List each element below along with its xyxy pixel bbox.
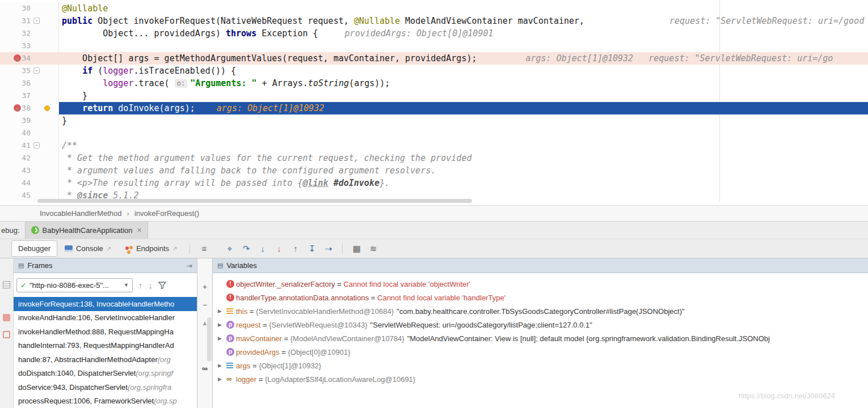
gutter-36[interactable]: 36 [0,77,59,90]
variable-row-error[interactable]: !handlerType.annotationData.annotations … [213,291,868,304]
code-line-35[interactable]: 35- if (logger.isTraceEnabled()) { [0,65,868,77]
gutter-35[interactable]: 35- [0,65,59,77]
code-editor[interactable]: 30@Nullable 31-public Object invokeForRe… [0,0,868,205]
pin-icon[interactable]: ⇥ [187,262,192,270]
debug-session-bar: ebug: BabyHealthCareApplication × [0,221,868,239]
chevron-right-icon[interactable]: ▶ [218,308,226,314]
session-tab[interactable]: BabyHealthCareApplication × [25,222,148,239]
stack-frame-row[interactable]: doService:943, DispatcherServlet (org.sp… [14,380,197,394]
code-line-38[interactable]: ✓38 return doInvoke(args);args: Object[1… [0,102,868,114]
settings-icon[interactable]: ≋ [365,244,381,254]
variable-row-error[interactable]: !objectWriter._serializerFactory = Canno… [213,277,868,291]
chevron-right-icon[interactable]: ▶ [218,363,226,368]
thread-dropdown[interactable]: ✓ "http-nio-8086-exec-5"... ▼ [16,278,133,292]
variable-row-providedargs[interactable]: pprovidedArgs = {Object[0]@10901} [213,345,868,359]
variable-row-request[interactable]: ▶prequest = {ServletWebRequest@10343}"Se… [213,318,868,332]
code-line-37[interactable]: 37 } [0,90,868,102]
gutter-43[interactable]: 43 [0,164,59,177]
fold-icon[interactable]: - [33,18,40,24]
stack-frame-row[interactable]: invokeHandlerMethod:888, RequestMappingH… [14,325,197,339]
horizontal-scrollbar[interactable] [37,199,472,203]
gutter-41[interactable]: 41- [0,139,59,152]
stack-frame-row[interactable]: invokeForRequest:138, InvocableHandlerMe… [14,297,197,311]
gutter-31[interactable]: 31- [0,15,59,27]
step-out-icon[interactable]: ↑ [288,244,303,253]
chevron-right-icon[interactable]: ▶ [218,335,226,341]
stack-frame-row[interactable]: handle:87, AbstractHandlerMethodAdapter … [14,352,197,367]
fold-icon[interactable]: - [33,142,40,148]
code-line-30[interactable]: 30@Nullable [0,2,868,15]
gutter-40[interactable]: 40 [0,127,59,139]
breadcrumb-method[interactable]: invokeForRequest() [134,209,199,218]
remove-watch-icon[interactable]: − [197,300,212,309]
frames-scrollbar[interactable] [207,317,212,362]
code-line-34[interactable]: ✓34 Object[] args = getMethodArgumentVal… [0,52,868,65]
filter-icon[interactable] [158,282,166,289]
memory-side-icon[interactable] [3,314,10,321]
step-into-icon[interactable]: ↓ [255,244,270,253]
code-line-41[interactable]: 41-/** [0,139,868,152]
gutter-39[interactable]: 39 [0,114,59,127]
grid-side-icon[interactable] [3,281,10,288]
code-line-36[interactable]: 36 logger.trace( o:"Arguments: " + Array… [0,77,868,90]
variable-row-logger[interactable]: ▶∞logger = {LogAdapter$Slf4jLocationAwar… [213,372,868,386]
breakpoints-side-icon[interactable] [3,331,10,338]
tab-endpoints[interactable]: Endpoints↗ [119,241,183,256]
field-icon: ∞ [226,375,231,383]
code-line-40[interactable]: 40 [0,127,868,139]
variable-ref: {ServletWebRequest@10343} [269,321,367,329]
tab-console[interactable]: Console↗ [58,241,117,256]
tab-debugger-label: Debugger [18,244,50,253]
fold-icon[interactable]: - [33,67,40,74]
gutter-34[interactable]: ✓34 [0,52,59,65]
chevron-down-icon: ▼ [124,282,129,288]
step-over-icon[interactable]: ↷ [238,244,254,254]
toolbar-separator [189,244,190,254]
code-line-33[interactable]: 33 [0,40,868,52]
chevron-right-icon[interactable]: ▶ [218,376,226,382]
gutter-33[interactable]: 33 [0,40,59,52]
toolwindow-label: ebug: [0,222,25,239]
tab-debugger[interactable]: Debugger [11,240,57,257]
add-watch-icon[interactable]: + [197,282,212,291]
force-step-into-icon[interactable]: ↓ [271,244,286,253]
variable-ref: {Object[0]@10901} [288,348,350,356]
variable-row-args[interactable]: ▶args = {Object[1]@10932} [213,359,868,372]
close-icon[interactable]: × [137,226,142,235]
code-line-32[interactable]: 32 Object... providedArgs) throws Except… [0,27,868,40]
gutter-37[interactable]: 37 [0,90,59,102]
code-line-42[interactable]: 42 * Get the method argument values for … [0,152,868,164]
variable-ref: {Object[1]@10932} [259,362,321,370]
stack-frame-row[interactable]: handleInternal:793, RequestMappingHandle… [14,339,197,353]
stack-frame-row[interactable]: processRequest:1006, FrameworkServlet (o… [14,394,197,408]
breakpoint-icon[interactable]: ✓ [14,54,21,62]
stack-frame-row[interactable]: doDispatch:1040, DispatcherServlet (org.… [14,367,197,381]
gutter-42[interactable]: 42 [0,152,59,164]
show-execution-point-icon[interactable]: ⌖ [222,244,237,254]
frames-title: Frames [27,261,52,270]
code-line-39[interactable]: 39} [0,114,868,127]
breadcrumb-class[interactable]: InvocableHandlerMethod [40,209,122,218]
chevron-right-icon[interactable]: ▶ [218,322,226,328]
line-number: 38 [22,102,31,114]
gutter-32[interactable]: 32 [0,27,59,40]
variable-row-mavcontainer[interactable]: ▶pmavContainer = {ModelAndViewContainer@… [213,332,868,345]
smart-step-into-icon[interactable]: ⇢ [321,244,336,254]
gutter-30[interactable]: 30 [0,2,59,15]
watches-icon[interactable]: ∞ [197,364,212,373]
next-frame-icon[interactable]: ↓ [149,280,153,290]
code-line-44[interactable]: 44 * <p>The resulting array will be pass… [0,177,868,189]
run-to-cursor-icon[interactable]: ↧ [304,244,319,254]
layout-menu-icon[interactable]: ≡ [196,244,212,253]
line-number: 44 [22,177,31,189]
code-line-31[interactable]: 31-public Object invokeForRequest(Native… [0,15,868,27]
gutter-38[interactable]: ✓38 [0,102,59,114]
gutter-44[interactable]: 44 [0,177,59,189]
breakpoint-icon[interactable]: ✓ [14,104,21,112]
code-line-43[interactable]: 43 * argument values and falling back to… [0,164,868,177]
prev-frame-icon[interactable]: ↑ [138,280,143,290]
line-number: 39 [22,114,31,127]
stack-frame-row[interactable]: invokeAndHandle:106, ServletInvocableHan… [14,311,197,325]
variable-row-this[interactable]: ▶this = {ServletInvocableHandlerMethod@1… [213,304,868,318]
evaluate-expression-icon[interactable]: ▦ [349,244,364,254]
